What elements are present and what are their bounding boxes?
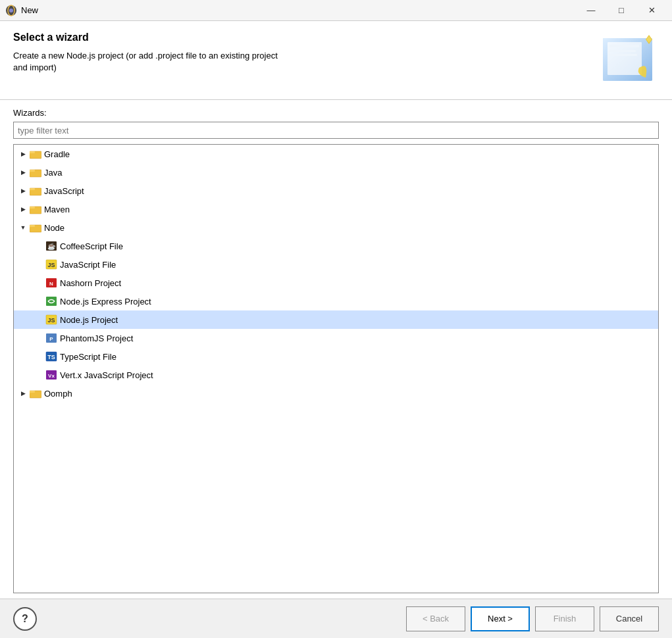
header-text: Select a wizard Create a new Node.js pro…: [13, 32, 593, 74]
item-label-coffeescript-file: CoffeeScript File: [60, 241, 123, 251]
svg-rect-52: [30, 391, 35, 393]
js-icon: JS: [45, 259, 57, 270]
express-icon: [45, 296, 57, 307]
item-label-gradle: Gradle: [44, 149, 70, 159]
tree-item-coffeescript-file[interactable]: ☕ CoffeeScript File: [14, 237, 658, 255]
folder-icon: [30, 204, 41, 214]
minimize-button[interactable]: —: [576, 0, 606, 21]
tree-item-maven[interactable]: Maven: [14, 200, 658, 218]
file-icon-coffeescript-file: ☕: [45, 241, 57, 251]
file-icon-phantomjs: P: [45, 333, 57, 343]
svg-rect-38: [46, 297, 57, 306]
svg-text:JS: JS: [47, 262, 55, 268]
tree-item-node[interactable]: Node: [14, 218, 658, 237]
title-bar: New — □ ✕: [0, 0, 672, 21]
folder-icon-oomph: [30, 388, 41, 399]
svg-rect-18: [30, 170, 35, 172]
folder-icon-maven: [30, 204, 41, 214]
wizards-label: Wizards:: [13, 108, 659, 118]
tree-item-oomph[interactable]: Oomph: [14, 384, 658, 403]
folder-icon: [30, 167, 41, 178]
phantom-icon: P: [45, 333, 57, 343]
item-label-nodejs-project: Node.js Project: [60, 315, 118, 325]
svg-text:P: P: [49, 336, 53, 342]
item-label-nashorn-project: Nashorn Project: [60, 278, 121, 288]
expander-javascript[interactable]: [18, 185, 28, 196]
file-icon-javascript-file: JS: [45, 259, 57, 270]
wizard-art-svg: [600, 32, 659, 91]
spacer: [0, 593, 672, 599]
nashorn-icon: N: [45, 278, 57, 288]
expander-node[interactable]: [18, 222, 28, 233]
item-label-node: Node: [44, 223, 65, 233]
expander-oomph[interactable]: [18, 388, 28, 399]
svg-text:☕: ☕: [47, 242, 56, 251]
item-label-oomph: Oomph: [44, 389, 72, 399]
tree-item-typescript-file[interactable]: TS TypeScript File: [14, 347, 658, 366]
folder-icon: [30, 149, 41, 159]
file-icon-nashorn-project: N: [45, 278, 57, 288]
tree-item-java[interactable]: Java: [14, 163, 658, 182]
help-button[interactable]: ?: [13, 607, 37, 631]
tree-item-javascript[interactable]: JavaScript: [14, 182, 658, 200]
folder-icon: [30, 388, 41, 399]
folder-icon: [30, 222, 41, 233]
expander-java[interactable]: [18, 167, 28, 178]
item-label-nodejs-express: Node.js Express Project: [60, 297, 151, 307]
back-button[interactable]: < Back: [406, 606, 465, 631]
file-icon-nodejs-express: [45, 296, 57, 307]
close-button[interactable]: ✕: [636, 0, 667, 21]
svg-rect-14: [30, 151, 35, 153]
svg-text:Vx: Vx: [48, 373, 55, 379]
expander-gradle[interactable]: [18, 149, 28, 159]
expander-maven[interactable]: [18, 204, 28, 214]
tree-item-gradle[interactable]: Gradle: [14, 145, 658, 163]
tree-item-nashorn-project[interactable]: N Nashorn Project: [14, 274, 658, 292]
folder-icon-node: [30, 222, 41, 233]
window-title: New: [21, 5, 576, 15]
eclipse-icon: [5, 5, 17, 16]
dialog-footer: ? < Back Next > Finish Cancel: [0, 599, 672, 638]
item-label-vertx: Vert.x JavaScript Project: [60, 370, 153, 380]
filter-input[interactable]: [13, 122, 659, 139]
tree-item-nodejs-project[interactable]: JS Node.js Project: [14, 310, 658, 329]
svg-point-2: [9, 9, 13, 12]
wizards-section: Wizards:: [0, 100, 672, 144]
vertx-icon: Vx: [45, 370, 57, 380]
maximize-button[interactable]: □: [606, 0, 636, 21]
cancel-button[interactable]: Cancel: [600, 606, 659, 631]
wizard-tree[interactable]: Gradle Java JavaScript Maven Node ☕ Coff…: [13, 144, 659, 593]
header-title: Select a wizard: [13, 32, 593, 43]
svg-rect-26: [30, 207, 35, 209]
svg-text:N: N: [49, 281, 53, 287]
wizard-image: [600, 32, 659, 91]
footer-right: < Back Next > Finish Cancel: [406, 606, 659, 631]
file-icon-nodejs-project: JS: [45, 314, 57, 325]
item-label-maven: Maven: [44, 205, 70, 214]
dialog-content: Select a wizard Create a new Node.js pro…: [0, 21, 672, 599]
item-label-javascript: JavaScript: [44, 186, 84, 196]
coffee-icon: ☕: [45, 241, 57, 251]
next-button[interactable]: Next >: [471, 606, 530, 631]
svg-text:JS: JS: [47, 317, 55, 324]
tree-item-nodejs-express[interactable]: Node.js Express Project: [14, 292, 658, 310]
ts-icon: TS: [45, 351, 57, 362]
svg-text:TS: TS: [47, 354, 55, 360]
window-controls: — □ ✕: [576, 0, 667, 21]
item-label-typescript-file: TypeScript File: [60, 352, 116, 362]
folder-icon: [30, 185, 41, 196]
header-description: Create a new Node.js project (or add .pr…: [13, 50, 593, 74]
item-label-java: Java: [44, 168, 62, 178]
svg-rect-8: [607, 42, 642, 75]
tree-item-phantomjs[interactable]: P PhantomJS Project: [14, 329, 658, 347]
dialog-header: Select a wizard Create a new Node.js pro…: [0, 21, 672, 100]
folder-icon-java: [30, 167, 41, 178]
svg-rect-22: [30, 188, 35, 190]
tree-item-vertx[interactable]: Vx Vert.x JavaScript Project: [14, 366, 658, 384]
item-label-javascript-file: JavaScript File: [60, 260, 116, 270]
file-icon-typescript-file: TS: [45, 351, 57, 362]
svg-rect-30: [30, 225, 35, 227]
nodejs-icon: JS: [45, 314, 57, 325]
finish-button[interactable]: Finish: [535, 606, 594, 631]
tree-item-javascript-file[interactable]: JS JavaScript File: [14, 255, 658, 274]
